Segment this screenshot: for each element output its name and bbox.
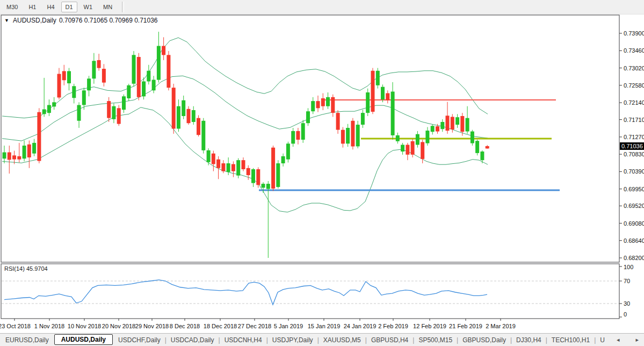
price-tick-label: 0.70830: [624, 151, 644, 157]
date-tick-label: 2 Mar 2019: [486, 323, 516, 329]
rsi-tick-label: 70: [624, 278, 630, 284]
price-tick-label: 0.68640: [624, 237, 644, 244]
price-tick-label: 0.71270: [624, 134, 644, 140]
rsi-scale[interactable]: 10070300: [619, 264, 633, 318]
price-tick-label: 0.70390: [624, 168, 644, 175]
date-tick-label: 27 Dec 2018: [238, 323, 271, 329]
symbol-tab-bar: EURUSD,DailyAUDUSD,DailyUSDCHF,Daily|USD…: [0, 333, 644, 346]
current-price-label: 0.71036: [621, 143, 643, 149]
chart-canvas[interactable]: ▼ AUDUSD,Daily 0.70976 0.71065 0.70969 0…: [0, 0, 644, 346]
tab-audusd-daily[interactable]: AUDUSD,Daily: [54, 334, 113, 345]
trading-terminal: M30H1H4D1W1MN ▼ AUDUSD,Daily 0.70976 0.7…: [0, 0, 644, 346]
price-tick-label: 0.71710: [624, 117, 644, 123]
date-tick-label: 21 Feb 2019: [449, 323, 482, 329]
price-tick-label: 0.73900: [624, 30, 644, 37]
symbol-dropdown-icon: ▼: [4, 18, 9, 23]
price-tick-label: 0.69950: [624, 186, 644, 192]
rsi-tick-label: 0: [624, 311, 627, 318]
date-tick-label: 10 Nov 2018: [68, 323, 101, 329]
date-tick-label: 23 Oct 2018: [0, 323, 31, 329]
tab-dj30-h4[interactable]: DJ30,H4: [511, 335, 547, 345]
price-tick-label: 0.72140: [624, 99, 644, 106]
tab-usdjpy-daily[interactable]: USDJPY,Daily: [267, 335, 319, 345]
tab-usdchf-daily[interactable]: USDCHF,Daily: [113, 335, 166, 345]
tab-usdcad-daily[interactable]: USDCAD,Daily: [165, 335, 220, 345]
tab-tech100-h1[interactable]: TECH100,H1: [546, 335, 595, 345]
date-tick-label: 8 Dec 2018: [170, 323, 200, 329]
price-tick-label: 0.72580: [624, 82, 644, 89]
ohlc-values: 0.70976 0.71065 0.70969 0.71036: [59, 17, 158, 24]
price-tick-label: 0.69080: [624, 220, 644, 227]
date-tick-label: 20 Nov 2018: [102, 323, 135, 329]
tab-usdcnh-h4[interactable]: USDCNH,H4: [219, 335, 267, 345]
rsi-panel[interactable]: RSI(14) 45.9704: [1, 264, 619, 319]
rsi-label: RSI(14) 45.9704: [4, 265, 48, 272]
tab-u[interactable]: U: [595, 335, 610, 345]
main-chart-panel[interactable]: ▼ AUDUSD,Daily 0.70976 0.71065 0.70969 0…: [1, 15, 619, 262]
price-tick-label: 0.73460: [624, 47, 644, 54]
symbol-title: AUDUSD,Daily: [13, 17, 56, 24]
date-scale[interactable]: 23 Oct 20181 Nov 201810 Nov 201820 Nov 2…: [0, 319, 516, 329]
current-price-box: 0.71036: [620, 142, 644, 150]
tab-xauusd-m5[interactable]: XAUUSD,M5: [318, 335, 366, 345]
tab-sp500-m15[interactable]: SP500,M15: [413, 335, 458, 345]
date-tick-label: 15 Jan 2019: [308, 323, 341, 329]
date-tick-label: 29 Nov 2018: [135, 323, 169, 329]
scroll-left-icon[interactable]: ◂: [617, 336, 620, 343]
rsi-tick-label: 100: [624, 264, 633, 270]
scroll-right-icon[interactable]: ▸: [635, 336, 639, 343]
rsi-tick-label: 30: [624, 300, 630, 307]
tab-scroll-arrows: ◂▸: [617, 336, 644, 343]
date-tick-label: 12 Feb 2019: [413, 323, 446, 329]
price-tick-label: 0.68200: [624, 255, 644, 261]
date-tick-label: 2 Feb 2019: [378, 323, 408, 329]
tab-gbpusd-daily[interactable]: GBPUSD,Daily: [457, 335, 511, 345]
price-tick-label: 0.73020: [624, 65, 644, 71]
tab-eurusd-daily[interactable]: EURUSD,Daily: [0, 335, 54, 345]
date-tick-label: 1 Nov 2018: [34, 323, 64, 329]
chart-title: ▼ AUDUSD,Daily 0.70976 0.71065 0.70969 0…: [4, 17, 158, 24]
date-tick-label: 5 Jan 2019: [274, 323, 303, 329]
tab-gbpusd-h4[interactable]: GBPUSD,H4: [366, 335, 414, 345]
date-tick-label: 24 Jan 2019: [344, 323, 377, 329]
price-tick-label: 0.69520: [624, 203, 644, 209]
date-tick-label: 18 Dec 2018: [204, 323, 237, 329]
